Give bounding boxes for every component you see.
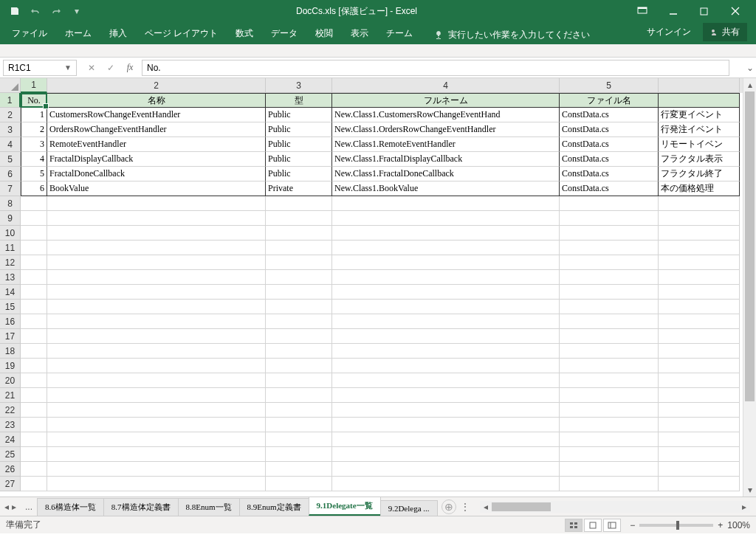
sheet-tab[interactable]: 9.2Delega ...: [380, 500, 438, 516]
cell[interactable]: [21, 241, 47, 255]
cell[interactable]: ConstData.cs: [560, 181, 659, 196]
cell[interactable]: [21, 432, 47, 447]
ribbon-tab[interactable]: 表示: [342, 23, 377, 44]
cell[interactable]: [659, 462, 740, 477]
cell[interactable]: [332, 432, 560, 447]
row-header[interactable]: 17: [0, 329, 21, 344]
cell[interactable]: Public: [266, 167, 332, 181]
column-header[interactable]: 1: [21, 78, 47, 93]
cell[interactable]: [47, 270, 266, 285]
row-header[interactable]: 7: [0, 181, 21, 196]
vertical-scrollbar[interactable]: ▴ ▾: [743, 78, 756, 497]
cell[interactable]: [659, 314, 740, 329]
cell[interactable]: [21, 403, 47, 418]
vertical-scroll-thumb[interactable]: [745, 91, 755, 401]
cell[interactable]: ConstData.cs: [560, 152, 659, 167]
cell[interactable]: [560, 270, 659, 285]
cell[interactable]: Public: [266, 122, 332, 137]
cell[interactable]: Private: [266, 181, 332, 196]
cell[interactable]: CustomersRowChangeEventHandler: [47, 108, 266, 122]
cell[interactable]: [560, 344, 659, 359]
cell[interactable]: [47, 300, 266, 314]
cell[interactable]: [560, 373, 659, 388]
cell[interactable]: ConstData.cs: [560, 108, 659, 122]
sheet-tab[interactable]: 8.7構造体定義書: [103, 498, 179, 516]
zoom-in-button[interactable]: +: [718, 520, 723, 530]
row-header[interactable]: 23: [0, 418, 21, 432]
sheet-menu[interactable]: ⋮: [456, 502, 474, 512]
cell[interactable]: New.Class1.CustomersRowChangeEventHand: [332, 108, 560, 122]
cell[interactable]: フルネーム: [332, 93, 560, 108]
scroll-up-button[interactable]: ▴: [743, 78, 756, 91]
row-header[interactable]: 8: [0, 196, 21, 211]
cell[interactable]: [560, 314, 659, 329]
row-header[interactable]: 19: [0, 359, 21, 373]
cell[interactable]: [21, 477, 47, 491]
cell[interactable]: [266, 241, 332, 255]
cell[interactable]: [47, 314, 266, 329]
cell[interactable]: 1: [21, 108, 47, 122]
cell[interactable]: [332, 477, 560, 491]
cell[interactable]: [659, 241, 740, 255]
cell[interactable]: [332, 329, 560, 344]
cell[interactable]: [47, 255, 266, 270]
cell[interactable]: [47, 211, 266, 226]
column-header[interactable]: 3: [266, 78, 332, 93]
row-header[interactable]: 1: [0, 93, 21, 108]
column-header[interactable]: [659, 78, 740, 93]
cell[interactable]: [266, 300, 332, 314]
cell[interactable]: [21, 300, 47, 314]
cell[interactable]: [266, 447, 332, 462]
cell[interactable]: 3: [21, 137, 47, 152]
cell[interactable]: [266, 211, 332, 226]
row-header[interactable]: 4: [0, 137, 21, 152]
formula-input[interactable]: No.: [142, 60, 729, 76]
undo-button[interactable]: [27, 2, 44, 20]
cell[interactable]: [659, 226, 740, 241]
cell[interactable]: [332, 255, 560, 270]
cell[interactable]: フラクタル表示: [659, 152, 740, 167]
cell[interactable]: [332, 211, 560, 226]
cell[interactable]: Public: [266, 108, 332, 122]
cell[interactable]: [21, 344, 47, 359]
cell[interactable]: [266, 373, 332, 388]
cell[interactable]: 5: [21, 167, 47, 181]
minimize-button[interactable]: [659, 1, 688, 21]
cell[interactable]: フラクタル終了: [659, 167, 740, 181]
cell[interactable]: [21, 373, 47, 388]
cell[interactable]: [560, 196, 659, 211]
cell[interactable]: No.: [21, 93, 47, 108]
save-button[interactable]: [6, 2, 24, 20]
cell[interactable]: OrdersRowChangeEventHandler: [47, 122, 266, 137]
qat-customize[interactable]: ▾: [68, 2, 86, 20]
select-all-button[interactable]: [0, 78, 21, 93]
cell[interactable]: [266, 359, 332, 373]
row-header[interactable]: 10: [0, 226, 21, 241]
cell[interactable]: [21, 196, 47, 211]
maximize-button[interactable]: [690, 1, 719, 21]
cell[interactable]: [21, 447, 47, 462]
cell[interactable]: [266, 314, 332, 329]
cell[interactable]: [560, 418, 659, 432]
cell[interactable]: ConstData.cs: [560, 122, 659, 137]
ribbon-options-button[interactable]: [628, 1, 657, 21]
cell[interactable]: [47, 477, 266, 491]
cell[interactable]: [266, 418, 332, 432]
cell[interactable]: [332, 226, 560, 241]
cell[interactable]: [332, 196, 560, 211]
tell-me[interactable]: 実行したい作業を入力してください: [427, 26, 596, 44]
horizontal-scroll-thumb[interactable]: [492, 502, 551, 511]
cell[interactable]: [659, 447, 740, 462]
cell[interactable]: RemoteEventHandler: [47, 137, 266, 152]
cell[interactable]: [659, 196, 740, 211]
cell[interactable]: [266, 462, 332, 477]
cell[interactable]: BookValue: [47, 181, 266, 196]
cell[interactable]: [21, 285, 47, 300]
cell[interactable]: 2: [21, 122, 47, 137]
sheet-tab[interactable]: 8.6構造体一覧: [37, 498, 104, 516]
cell[interactable]: [21, 270, 47, 285]
cell[interactable]: [21, 226, 47, 241]
cell[interactable]: [266, 255, 332, 270]
column-header[interactable]: 4: [332, 78, 560, 93]
cell[interactable]: [21, 314, 47, 329]
